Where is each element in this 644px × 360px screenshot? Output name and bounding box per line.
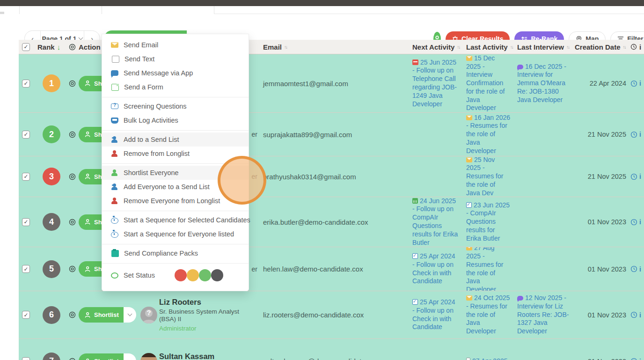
last-activity-text[interactable]: 24 Oct 2025 - Resumes for the role of Ja… <box>466 294 510 335</box>
row-checkbox[interactable]: ✓ <box>22 311 30 319</box>
row-checkbox[interactable]: ✓ <box>22 357 30 360</box>
status-swatch-yellow[interactable] <box>187 269 199 281</box>
candidate-email[interactable]: jemmaomtest1@gmail.com <box>263 80 348 88</box>
shortlist-dropdown-toggle[interactable] <box>124 307 136 323</box>
clock-icon[interactable] <box>630 131 637 138</box>
last-interview-text[interactable]: 16 Dec 2025 - Interview for Jemma O'Mear… <box>517 63 566 103</box>
clock-icon[interactable] <box>630 80 637 87</box>
row-checkbox[interactable]: ✓ <box>22 131 30 139</box>
sort-icon[interactable]: ↑↓ <box>623 44 626 50</box>
menu-item-send-compliance-packs[interactable]: Send Compliance Packs <box>102 246 249 260</box>
eye-icon[interactable] <box>69 131 76 138</box>
row-checkbox[interactable]: ✓ <box>22 80 30 88</box>
person-remove-icon <box>111 150 118 157</box>
menu-item-send-message-app[interactable]: Send Message via App <box>102 66 249 80</box>
candidate-email[interactable]: helen.law@demo-candidate.cox <box>263 265 363 273</box>
candidate-email[interactable]: liz.rooters@demo-candidate.cox <box>263 311 364 319</box>
select-all-checkbox[interactable]: ✓ <box>22 43 30 51</box>
eye-icon[interactable] <box>69 358 76 360</box>
shortlist-dropdown-toggle[interactable] <box>124 353 136 360</box>
clock-icon[interactable] <box>630 173 637 180</box>
row-checkbox[interactable]: ✓ <box>22 218 30 226</box>
info-icon[interactable]: i <box>639 339 644 360</box>
last-activity-text[interactable]: 23 Jun 2025 - CompAIr Questions results … <box>466 201 510 242</box>
menu-item-add-to-send-list[interactable]: Add to a Send List <box>102 132 249 147</box>
menu-item-send-text[interactable]: Send Text <box>102 52 249 66</box>
info-icon[interactable]: i <box>639 54 644 112</box>
sort-icon[interactable]: ↑↓ <box>457 44 460 50</box>
last-interview-text[interactable]: 12 Nov 2025 - Interview for Liz Rooters … <box>517 294 569 335</box>
menu-item-label: Send Compliance Packs <box>124 250 198 257</box>
candidate-name[interactable]: Liz Rooters <box>159 298 257 307</box>
row-checkbox[interactable]: ✓ <box>22 265 30 273</box>
menu-item-bulk-log-activities[interactable]: Bulk Log Activities <box>102 113 249 127</box>
avatar[interactable] <box>140 353 157 360</box>
table-row[interactable]: ✓ 6 Shortlist ? Liz Rooters Sr. Business… <box>19 291 644 338</box>
eye-icon[interactable] <box>69 311 76 318</box>
status-swatch-gray[interactable] <box>211 269 223 281</box>
last-activity-text[interactable]: 15 Dec 2025 - Interview Confirmation for… <box>466 54 505 111</box>
avatar[interactable]: ? <box>140 307 157 323</box>
next-activity-text[interactable]: 25 Apr 2024 - Follow up on Check in with… <box>412 298 455 331</box>
status-swatch-red[interactable] <box>175 269 187 281</box>
sort-icon[interactable]: ↑↓ <box>284 44 287 50</box>
menu-item-label: Send a Form <box>124 83 163 91</box>
last-activity-text[interactable]: 16 Jan 2026 - Resumes for the role of Ja… <box>466 114 510 154</box>
next-activity-column-header[interactable]: Next Activity ↑↓ <box>407 40 461 54</box>
shortlist-label: Shortlist <box>94 358 119 360</box>
sort-icon[interactable]: ↑↓ <box>510 44 513 50</box>
row-checkbox[interactable]: ✓ <box>22 173 30 181</box>
info-icon[interactable]: i <box>639 156 644 197</box>
rank-column-header[interactable]: Rank ↓ <box>37 40 66 54</box>
shortlist-button[interactable]: Shortlist <box>79 353 124 360</box>
info-icon[interactable]: i <box>639 113 644 156</box>
eye-icon[interactable] <box>69 173 76 180</box>
rank-badge: 5 <box>43 260 60 278</box>
next-activity-text[interactable]: 25 Jun 2025 - Follow up on Telephone Cal… <box>412 59 457 108</box>
last-activity-text[interactable]: 27 Aug 2025 - Resumes for the role of Ja… <box>466 247 503 291</box>
next-activity-text[interactable]: 25 Apr 2024 - Follow up on Check in with… <box>412 252 455 285</box>
person-icon <box>85 219 91 225</box>
candidate-name[interactable]: Sultan Kassam <box>159 352 233 360</box>
info-icon[interactable]: i <box>639 197 644 247</box>
clock-icon[interactable] <box>630 219 637 226</box>
menu-item-send-form[interactable]: Send a Form <box>102 80 249 94</box>
last-activity-text[interactable]: 07 Apr 2025 <box>472 357 508 360</box>
menu-item-sequence-everyone[interactable]: Start a Sequence for Everyone listed <box>102 227 249 241</box>
question-chat-icon <box>111 103 118 109</box>
shortlist-button[interactable]: Shortlist <box>79 307 124 323</box>
candidate-email[interactable]: prathyushak0314@gmail.com <box>263 173 356 181</box>
eye-icon[interactable] <box>69 80 76 87</box>
menu-item-screening-questions[interactable]: Screening Questions <box>102 99 249 113</box>
last-activity-column-header[interactable]: Last Activity ↑↓ <box>461 40 513 54</box>
activity-icon <box>412 59 418 65</box>
menu-item-sequence-selected[interactable]: Start a Sequence for Selected Candidates <box>102 213 249 227</box>
menu-item-remove-from-longlist[interactable]: Remove from Longlist <box>102 147 249 161</box>
email-column-header[interactable]: Email ↑↓ <box>258 40 407 54</box>
activity-icon <box>517 296 523 301</box>
status-swatch-green[interactable] <box>199 269 211 281</box>
candidate-email[interactable]: sultan.kassam@demo-candidate.cox <box>263 357 378 360</box>
clock-icon[interactable] <box>630 265 637 272</box>
eye-icon[interactable] <box>69 265 76 272</box>
person-icon <box>85 80 91 87</box>
menu-item-set-status[interactable]: Set Status <box>102 265 249 285</box>
table-row[interactable]: ✓ 7 Shortlist Sultan Kassam Project Mana… <box>19 338 644 360</box>
clock-icon[interactable] <box>630 311 637 318</box>
last-activity-text[interactable]: 25 Nov 2025 - Resumes for the role of Ja… <box>466 156 503 197</box>
sort-icon[interactable]: ↑↓ <box>566 44 569 50</box>
info-icon[interactable]: i <box>639 291 644 338</box>
candidate-title: Sr. Business System Analyst (BSA) II <box>159 308 257 324</box>
last-interview-header-label: Last Interview <box>517 43 564 51</box>
next-activity-text[interactable]: 24 Jun 2025 - Follow up on CompAIr Quest… <box>412 197 458 246</box>
creation-date-column-header[interactable]: Creation Date ↑↓ <box>571 40 628 54</box>
menu-item-send-email[interactable]: Send Email <box>102 38 249 52</box>
candidate-email[interactable]: suprajakatta899@gmail.com <box>263 131 352 139</box>
sort-descending-icon: ↓ <box>57 43 61 51</box>
last-interview-column-header[interactable]: Last Interview ↑↓ <box>513 40 571 54</box>
clock-icon[interactable] <box>630 358 637 360</box>
eye-icon[interactable] <box>69 219 76 226</box>
person-icon <box>85 358 91 360</box>
candidate-email[interactable]: erika.butler@demo-candidate.cox <box>263 218 368 226</box>
info-icon[interactable]: i <box>639 247 644 291</box>
